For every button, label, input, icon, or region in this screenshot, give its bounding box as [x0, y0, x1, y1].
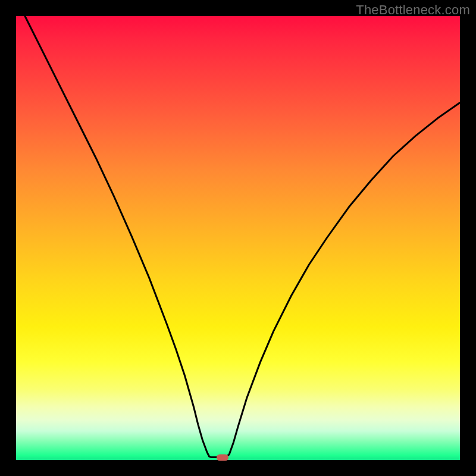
- bottleneck-marker: [217, 454, 228, 461]
- plot-area: [16, 16, 460, 460]
- chart-frame: TheBottleneck.com: [0, 0, 476, 476]
- bottleneck-curve: [25, 16, 460, 458]
- curve-svg: [16, 16, 460, 460]
